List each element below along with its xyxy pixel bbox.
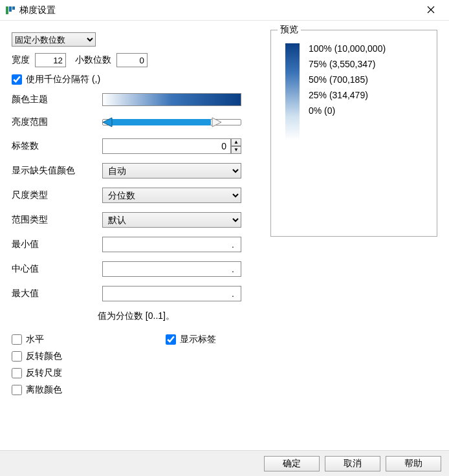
titlebar: 梯度设置: [0, 0, 449, 21]
invert-scale-checkbox[interactable]: [12, 368, 22, 378]
center-label: 中心值: [12, 263, 102, 275]
button-bar: 确定 取消 帮助: [0, 450, 449, 476]
cancel-button[interactable]: 取消: [325, 456, 380, 471]
preview-gradient: [285, 43, 300, 140]
ok-button[interactable]: 确定: [264, 456, 320, 471]
center-input[interactable]: [102, 261, 241, 277]
preview-item: 100% (10,000,000): [309, 43, 386, 54]
invert-colors-checkbox[interactable]: [12, 351, 22, 362]
hint-text: 值为分位数 [0..1]。: [12, 310, 261, 322]
decimals-label: 小数位数: [75, 54, 111, 66]
scale-type-select[interactable]: 分位数: [102, 188, 241, 203]
close-icon: [427, 5, 435, 16]
show-labels-label: 显示标签: [180, 334, 216, 345]
preview-item: 25% (314,479): [309, 90, 386, 100]
svg-rect-1: [9, 6, 12, 12]
preview-labels: 100% (10,000,000) 75% (3,550,347) 50% (7…: [309, 43, 386, 140]
labels-count-label: 标签数: [12, 140, 102, 152]
discrete-label: 离散颜色: [26, 384, 62, 396]
missing-color-select[interactable]: 自动: [102, 163, 241, 178]
preview-item: 75% (3,550,347): [309, 59, 386, 69]
min-input[interactable]: [102, 237, 241, 252]
preview-item: 50% (700,185): [309, 74, 386, 85]
close-button[interactable]: [418, 1, 444, 19]
labels-count-up[interactable]: ▲: [231, 138, 241, 146]
help-button[interactable]: 帮助: [386, 456, 441, 471]
max-label: 最大值: [12, 288, 102, 299]
invert-scale-label: 反转尺度: [26, 367, 62, 379]
format-select[interactable]: 固定小数位数: [12, 32, 96, 47]
show-labels-checkbox[interactable]: [166, 334, 176, 345]
labels-count-input[interactable]: [102, 138, 231, 154]
app-icon: [5, 5, 16, 16]
range-type-label: 范围类型: [12, 214, 102, 226]
brightness-label: 亮度范围: [12, 116, 102, 128]
svg-marker-4: [212, 118, 221, 127]
preview-title: 预览: [278, 24, 301, 36]
width-input[interactable]: [35, 53, 66, 67]
thousand-sep-label: 使用千位分隔符 (,): [26, 74, 100, 85]
color-theme-picker[interactable]: [102, 93, 241, 106]
preview-item: 0% (0): [309, 105, 386, 116]
decimals-input[interactable]: [116, 53, 148, 67]
svg-marker-3: [103, 118, 112, 127]
slider-thumb-left[interactable]: [102, 116, 113, 128]
discrete-checkbox[interactable]: [12, 385, 22, 395]
slider-thumb-right[interactable]: [212, 116, 222, 128]
width-label: 宽度: [12, 54, 30, 66]
range-type-select[interactable]: 默认: [102, 212, 241, 228]
horizontal-label: 水平: [26, 334, 44, 345]
labels-count-down[interactable]: ▼: [231, 146, 241, 154]
horizontal-checkbox[interactable]: [12, 334, 22, 345]
svg-rect-0: [6, 6, 8, 14]
preview-panel: 预览 100% (10,000,000) 75% (3,550,347) 50%…: [270, 30, 437, 237]
window-title: 梯度设置: [19, 5, 56, 16]
brightness-slider[interactable]: [102, 115, 241, 129]
thousand-sep-checkbox[interactable]: [12, 74, 22, 85]
color-theme-label: 颜色主题: [12, 94, 102, 105]
invert-colors-label: 反转颜色: [26, 351, 62, 362]
svg-rect-2: [12, 6, 15, 10]
scale-type-label: 尺度类型: [12, 189, 102, 201]
min-label: 最小值: [12, 239, 102, 250]
missing-color-label: 显示缺失值颜色: [12, 165, 102, 177]
max-input[interactable]: [102, 286, 241, 301]
